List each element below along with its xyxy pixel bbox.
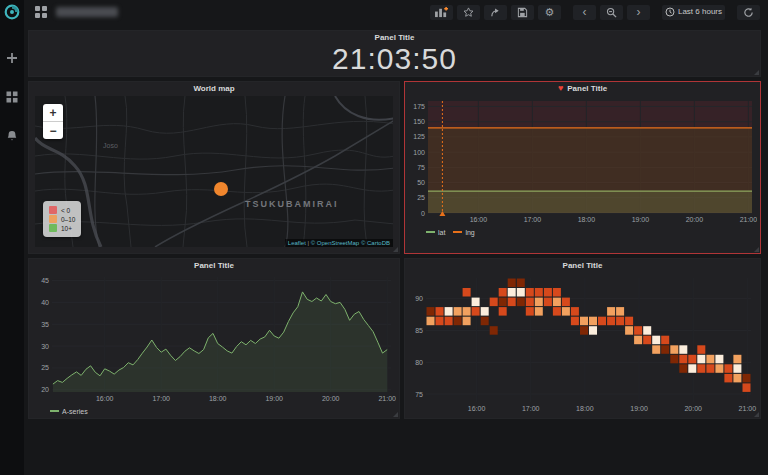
navbar-actions: ⚙ ‹ › Last 6 hours <box>426 5 760 20</box>
svg-text:80: 80 <box>415 359 423 366</box>
heatmap-panel: Panel Title 9085807516:0017:0018:0019:00… <box>404 258 761 419</box>
svg-text:85: 85 <box>415 327 423 334</box>
latlng-chart[interactable]: 025507510012515017516:0017:0018:0019:002… <box>408 97 757 237</box>
sidebar <box>0 0 24 475</box>
time-back-button[interactable]: ‹ <box>573 5 596 20</box>
panel-title[interactable]: World map <box>29 82 399 95</box>
svg-text:19:00: 19:00 <box>630 405 648 412</box>
panel-title[interactable]: Panel Title <box>405 259 760 272</box>
map-marker[interactable] <box>214 182 228 196</box>
save-button[interactable] <box>511 5 534 20</box>
carto-link[interactable]: © CartoDB <box>361 240 390 246</box>
panel-title[interactable]: Panel Title <box>29 259 399 272</box>
panel-resize-handle[interactable] <box>754 247 759 252</box>
svg-text:35: 35 <box>41 321 49 328</box>
heatmap-chart[interactable]: 9085807516:0017:0018:0019:0020:0021:00 <box>408 273 757 416</box>
svg-text:17:00: 17:00 <box>522 405 540 412</box>
panel-title-text: Panel Title <box>567 84 607 93</box>
map-canvas[interactable]: Joso TSUKUBAMIRAI + − < 0 0–10 10+ Leafl… <box>35 96 393 247</box>
svg-text:150: 150 <box>413 118 425 125</box>
map-zoom-control: + − <box>43 104 63 139</box>
legend-swatch-green <box>49 224 57 232</box>
svg-text:20:00: 20:00 <box>322 395 340 402</box>
svg-text:75: 75 <box>415 391 423 398</box>
dashboard-title-blurred[interactable] <box>56 7 118 17</box>
panel-resize-handle[interactable] <box>393 247 398 252</box>
map-tiles <box>35 96 393 247</box>
panel-resize-handle[interactable] <box>393 412 398 417</box>
svg-text:21:00: 21:00 <box>739 405 757 412</box>
chart-legend: A-series <box>50 406 88 416</box>
svg-text:16:00: 16:00 <box>470 216 488 223</box>
time-range-picker[interactable]: Last 6 hours <box>662 5 725 20</box>
svg-text:18:00: 18:00 <box>209 395 227 402</box>
share-button[interactable] <box>484 5 507 20</box>
alert-graph-panel: ♥ Panel Title 025507510012515017516:0017… <box>404 81 761 254</box>
svg-text:21:00: 21:00 <box>740 216 757 223</box>
refresh-button[interactable] <box>737 5 760 20</box>
map-label-tsukubamirai: TSUKUBAMIRAI <box>245 199 339 209</box>
navbar: ⚙ ‹ › Last 6 hours <box>24 0 768 24</box>
svg-text:100: 100 <box>413 149 425 156</box>
dashboards-grid-icon[interactable] <box>6 90 19 103</box>
svg-text:19:00: 19:00 <box>632 216 650 223</box>
aseries-chart[interactable]: 20253035404516:0017:0018:0019:0020:0021:… <box>32 273 396 416</box>
svg-text:17:00: 17:00 <box>524 216 542 223</box>
svg-text:30: 30 <box>41 343 49 350</box>
map-legend: < 0 0–10 10+ <box>43 201 81 237</box>
svg-text:50: 50 <box>417 179 425 186</box>
time-range-label: Last 6 hours <box>678 8 722 16</box>
svg-text:75: 75 <box>417 164 425 171</box>
legend-item-A-series[interactable]: A-series <box>50 408 88 415</box>
map-zoom-in-button[interactable]: + <box>43 104 63 122</box>
svg-text:18:00: 18:00 <box>576 405 594 412</box>
svg-text:16:00: 16:00 <box>96 395 114 402</box>
svg-text:16:00: 16:00 <box>468 405 486 412</box>
legend-item-lat[interactable]: lat <box>426 229 445 236</box>
create-plus-icon[interactable] <box>6 51 19 64</box>
svg-text:125: 125 <box>413 133 425 140</box>
alerting-bell-icon[interactable] <box>6 129 19 142</box>
add-panel-button[interactable] <box>430 5 453 20</box>
time-forward-button[interactable]: › <box>627 5 650 20</box>
zoom-out-button[interactable] <box>600 5 623 20</box>
clock-time: 21:03:50 <box>29 42 760 76</box>
map-label-joso: Joso <box>103 142 118 149</box>
osm-link[interactable]: © OpenStreetMap <box>311 240 359 246</box>
legend-item-lng[interactable]: lng <box>453 229 474 236</box>
grafana-dashboard: { "app": { "navbar": { "time_range": "La… <box>0 0 768 475</box>
leaflet-link[interactable]: Leaflet <box>288 240 306 246</box>
map-zoom-out-button[interactable]: − <box>43 122 63 139</box>
clock-panel: Panel Title 21:03:50 <box>28 30 761 77</box>
panel-resize-handle[interactable] <box>754 412 759 417</box>
svg-text:25: 25 <box>417 194 425 201</box>
svg-text:175: 175 <box>413 103 425 110</box>
svg-text:21:00: 21:00 <box>378 395 396 402</box>
timeseries-panel: Panel Title 20253035404516:0017:0018:001… <box>28 258 400 419</box>
legend-label: 0–10 <box>61 216 75 223</box>
worldmap-panel: World map <box>28 81 400 254</box>
svg-text:20: 20 <box>41 386 49 393</box>
legend-swatch-orange <box>49 215 57 223</box>
svg-text:19:00: 19:00 <box>265 395 283 402</box>
star-button[interactable] <box>457 5 480 20</box>
svg-text:0: 0 <box>421 210 425 217</box>
chart-legend: latlng <box>426 227 475 237</box>
svg-text:20:00: 20:00 <box>686 216 704 223</box>
svg-text:20:00: 20:00 <box>684 405 702 412</box>
settings-gear-icon[interactable]: ⚙ <box>538 5 561 20</box>
svg-text:40: 40 <box>41 299 49 306</box>
grafana-logo[interactable] <box>3 3 21 21</box>
panel-resize-handle[interactable] <box>754 70 759 75</box>
svg-text:18:00: 18:00 <box>578 216 596 223</box>
svg-text:45: 45 <box>41 277 49 284</box>
legend-swatch-red <box>49 206 57 214</box>
map-attribution: Leaflet | © OpenStreetMap © CartoDB <box>285 239 393 247</box>
panel-title[interactable]: ♥ Panel Title <box>405 82 760 95</box>
dashboard-icon <box>35 6 47 18</box>
legend-label: < 0 <box>61 207 70 214</box>
clock-icon <box>665 7 675 17</box>
legend-label: 10+ <box>61 225 72 232</box>
alert-heart-icon: ♥ <box>558 84 563 93</box>
svg-text:25: 25 <box>41 364 49 371</box>
